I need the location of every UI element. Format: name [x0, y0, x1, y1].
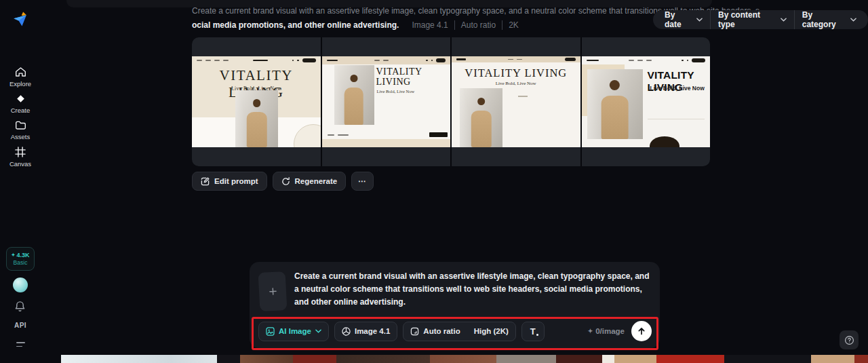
chevron-down-icon	[696, 18, 703, 22]
prompt-composer: Create a current brand visual with an as…	[250, 262, 660, 348]
mockup-navbar	[192, 56, 321, 64]
regenerate-icon	[281, 177, 290, 186]
mockup-cta-button	[429, 132, 448, 137]
ai-image-icon	[266, 327, 275, 336]
edit-icon	[201, 177, 210, 186]
thumbnail	[811, 355, 854, 363]
chevron-down-icon	[781, 18, 787, 22]
result-actions: Edit prompt Regenerate ⋯	[192, 172, 374, 191]
model-selector[interactable]: Image 4.1	[334, 322, 397, 341]
model-photo	[587, 69, 643, 139]
credits-plan: Basic	[14, 259, 28, 266]
meta-ratio: Auto ratio	[454, 20, 502, 30]
thumbnail	[240, 355, 293, 363]
sparkle-icon: ✦	[12, 252, 16, 258]
thumbnail	[217, 355, 240, 363]
website-mockup: VITALITY LIVING Live Bold, Live Now	[192, 56, 321, 147]
sidebar-item-assets[interactable]: Assets	[0, 120, 41, 140]
app-logo-icon[interactable]	[12, 10, 29, 28]
canvas-frame-icon	[0, 147, 41, 157]
meta-quality: 2K	[502, 20, 525, 30]
meta-model: Image 4.1	[406, 20, 454, 30]
generated-image-1[interactable]: VITALITY LIVING Live Bold, Live Now	[192, 37, 321, 166]
collapse-sidebar-icon[interactable]	[16, 342, 25, 349]
thumbnail	[602, 355, 614, 363]
mockup-navbar	[322, 56, 451, 64]
mockup-brand-title: VITALITY LIVING	[376, 66, 422, 87]
sidebar-item-canvas[interactable]: Canvas	[0, 147, 41, 168]
chevron-down-icon	[315, 329, 321, 333]
filter-by-date[interactable]: By date	[657, 10, 710, 29]
filter-bar: By date By content type By category	[653, 10, 868, 29]
generated-images-row: VITALITY LIVING Live Bold, Live Now	[192, 37, 710, 166]
generated-image-4[interactable]: VITALITY LIVING Live Bold, Live Now	[582, 37, 711, 166]
prompt-input[interactable]: Create a current brand visual with an as…	[294, 270, 651, 309]
sidebar: Explore Create Assets Canvas ✦4.3K Basic	[0, 0, 41, 363]
thumbnail	[61, 355, 217, 363]
ratio-quality-selector[interactable]: Auto ratio High (2K)	[403, 322, 515, 341]
thumbnail	[854, 355, 868, 363]
mockup-tagline: Live Bold, Live Now	[377, 89, 415, 94]
text-tool-icon: T	[530, 326, 536, 337]
mockup-tagline: Live Bold, Live Now	[650, 85, 705, 92]
mockup-tagline: Live Bold, Live Now	[452, 81, 580, 86]
more-options-button[interactable]: ⋯	[351, 172, 374, 191]
credits-badge[interactable]: ✦4.3K Basic	[6, 247, 35, 271]
sidebar-item-label: Canvas	[0, 160, 41, 168]
thumbnail	[656, 355, 724, 363]
thumbnail	[724, 355, 811, 363]
mockup-navbar	[582, 56, 711, 64]
thumbnail	[556, 355, 602, 363]
sidebar-item-create[interactable]: Create	[0, 94, 41, 114]
help-button[interactable]	[840, 330, 859, 349]
thumbnail	[293, 355, 336, 363]
plus-icon	[269, 288, 277, 296]
model-photo	[334, 65, 374, 125]
app-screen: Explore Create Assets Canvas ✦4.3K Basic	[0, 0, 868, 363]
credits-amount: ✦4.3K	[12, 252, 30, 259]
sidebar-item-label: Assets	[0, 133, 41, 140]
avatar[interactable]	[13, 278, 28, 292]
thumbnail	[430, 355, 496, 363]
add-reference-image-button[interactable]	[258, 271, 288, 311]
mockup-footer-links	[328, 134, 349, 136]
model-photo	[235, 90, 278, 147]
api-link[interactable]: API	[0, 322, 41, 329]
notifications-bell-icon[interactable]	[14, 301, 26, 312]
diamond-icon	[0, 94, 41, 104]
arrow-up-icon	[637, 326, 646, 336]
regenerate-button[interactable]: Regenerate	[273, 172, 347, 191]
filter-by-content-type[interactable]: By content type	[710, 10, 794, 29]
website-mockup: VITALITY LIVING Live Bold, Live Now	[582, 56, 711, 147]
generation-meta: Image 4.1 Auto ratio 2K	[406, 20, 524, 30]
edit-prompt-button[interactable]: Edit prompt	[192, 172, 267, 191]
text-tool-button[interactable]: T	[521, 322, 545, 341]
composer-toolbar: AI Image Image 4.1 Auto ratio High (2K) …	[258, 321, 652, 341]
mockup-navbar	[452, 56, 580, 62]
website-mockup: VITALITY LIVING Live Bold, Live Now	[322, 56, 451, 147]
question-icon	[844, 335, 854, 345]
model-photo	[460, 88, 502, 147]
mode-selector[interactable]: AI Image	[258, 322, 329, 341]
generated-image-2[interactable]: VITALITY LIVING Live Bold, Live Now	[322, 37, 451, 166]
thumbnail	[336, 355, 430, 363]
aspect-ratio-icon	[410, 327, 419, 336]
sidebar-item-label: Explore	[0, 80, 41, 88]
thumbnail	[496, 355, 556, 363]
website-mockup: VITALITY LIVING Live Bold, Live Now	[452, 56, 580, 147]
folder-icon	[0, 120, 41, 130]
asset-thumbnails-strip[interactable]	[61, 355, 868, 363]
generated-image-3[interactable]: VITALITY LIVING Live Bold, Live Now	[452, 37, 580, 166]
generate-button[interactable]	[631, 321, 652, 341]
filter-by-category[interactable]: By category	[794, 10, 864, 29]
more-icon: ⋯	[358, 176, 367, 186]
sidebar-item-explore[interactable]: Explore	[0, 66, 41, 88]
mockup-photo-crop	[650, 136, 679, 147]
model-icon	[342, 327, 351, 336]
sparkle-icon: ✦	[588, 328, 593, 335]
thumbnail	[614, 355, 656, 363]
prompt-preview-line2: ocial media promotions, and other online…	[192, 20, 399, 30]
chevron-down-icon	[850, 18, 856, 22]
sidebar-item-label: Create	[0, 107, 41, 114]
home-icon	[0, 66, 41, 77]
